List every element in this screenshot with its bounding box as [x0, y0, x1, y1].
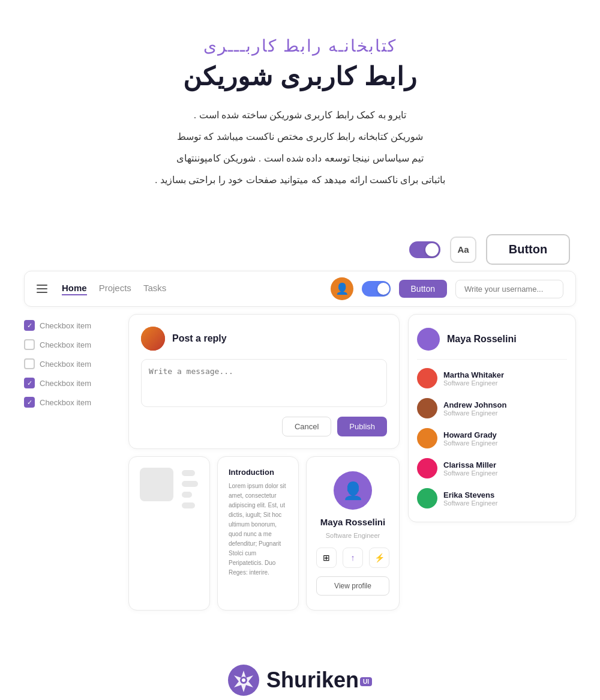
main-content: Checkbox itemCheckbox itemCheckbox itemC… — [24, 314, 576, 611]
shuriken-logo-icon — [228, 665, 259, 696]
nav-button[interactable]: Button — [399, 280, 447, 298]
profile-role: Software Engineer — [326, 532, 380, 539]
reply-actions: Cancel Publish — [141, 417, 387, 436]
skeleton-line — [182, 470, 195, 476]
view-profile-button[interactable]: View profile — [316, 576, 389, 596]
user-list-item[interactable]: Erika StevensSoftware Engineer — [417, 483, 567, 513]
checkbox-item: Checkbox item — [24, 339, 120, 350]
nav-toggle-thumb — [377, 283, 389, 295]
aa-button[interactable]: Aa — [450, 237, 476, 263]
checkbox-label: Checkbox item — [40, 398, 91, 407]
text-card-title: Introduction — [229, 468, 287, 477]
publish-button[interactable]: Publish — [337, 417, 387, 436]
footer-logo-text: ShurikenUI — [266, 668, 372, 693]
user-list-card: Maya Rosselini Martha WhitakerSoftware E… — [408, 314, 576, 522]
checkbox[interactable] — [24, 339, 35, 350]
nav-avatar[interactable]: 👤 — [331, 277, 353, 300]
user-avatar — [417, 398, 437, 418]
nav-home[interactable]: Home — [62, 283, 87, 295]
center-column: Post a reply Cancel Publish — [128, 314, 400, 611]
checkbox[interactable] — [24, 397, 35, 408]
user-name: Clarissa Miller — [443, 460, 498, 469]
user-role: Software Engineer — [443, 439, 498, 447]
checkbox-item: Checkbox item — [24, 358, 120, 369]
checkbox-label: Checkbox item — [40, 379, 91, 388]
user-info: Howard GradySoftware Engineer — [443, 430, 498, 447]
nav-bar: Home Projects Tasks 👤 Button — [24, 271, 576, 307]
top-components-row: Aa Button — [24, 234, 576, 271]
user-name: Andrew Johnson — [443, 400, 506, 409]
user-name: Erika Stevens — [443, 490, 498, 499]
toggle-purple[interactable] — [409, 241, 440, 258]
header-subtitle: کتابخانـه رابط کاربـــری — [48, 36, 552, 56]
user-avatar — [417, 428, 437, 448]
right-column: Maya Rosselini Martha WhitakerSoftware E… — [408, 314, 576, 611]
nav-tasks[interactable]: Tasks — [143, 283, 166, 295]
skeleton-image — [140, 468, 173, 501]
header-description: تایرو به کمک رابط کاربری شوریکن ساخته شد… — [48, 106, 552, 190]
checkbox-item: Checkbox item — [24, 397, 120, 408]
header-section: کتابخانـه رابط کاربـــری رابط کاربری شور… — [0, 0, 600, 216]
skeleton-card — [128, 456, 210, 611]
checkbox-label: Checkbox item — [40, 340, 91, 349]
user-name: Howard Grady — [443, 430, 498, 439]
nav-projects[interactable]: Projects — [99, 283, 131, 295]
checkbox[interactable] — [24, 378, 35, 388]
text-card: Introduction Lorem ipsum dolor sit amet,… — [217, 456, 299, 611]
user-role: Software Engineer — [443, 469, 498, 477]
footer-logo: ShurikenUI — [228, 665, 372, 696]
user-list-item[interactable]: Martha WhitakerSoftware Engineer — [417, 363, 567, 393]
profile-icons: ⊞ ↑ ⚡ — [316, 548, 389, 568]
text-card-body: Lorem ipsum dolor sit amet, consectetur … — [229, 481, 287, 578]
post-reply-card: Post a reply Cancel Publish — [128, 314, 400, 449]
user-info: Erika StevensSoftware Engineer — [443, 490, 498, 507]
user-info: Martha WhitakerSoftware Engineer — [443, 370, 504, 387]
checkbox[interactable] — [24, 320, 35, 331]
bottom-cards: Introduction Lorem ipsum dolor sit amet,… — [128, 456, 400, 611]
profile-avatar: 👤 — [334, 471, 372, 510]
profile-icon-up[interactable]: ↑ — [343, 548, 363, 568]
checkbox-label: Checkbox item — [40, 321, 91, 330]
big-button[interactable]: Button — [486, 234, 570, 265]
user-role: Software Engineer — [443, 409, 506, 417]
user-info: Andrew JohnsonSoftware Engineer — [443, 400, 506, 417]
post-reply-title: Post a reply — [172, 333, 227, 344]
checkbox-item: Checkbox item — [24, 378, 120, 388]
hamburger-menu[interactable] — [37, 285, 47, 293]
user-role: Software Engineer — [443, 379, 504, 387]
logo-badge: UI — [360, 677, 372, 686]
checkbox[interactable] — [24, 358, 35, 369]
user-name: Martha Whitaker — [443, 370, 504, 379]
reply-avatar — [141, 327, 165, 351]
checkbox-item: Checkbox item — [24, 320, 120, 331]
featured-avatar — [417, 328, 440, 351]
profile-card: 👤 Maya Rosselini Software Engineer ⊞ ↑ ⚡… — [306, 456, 400, 611]
profile-icon-flash[interactable]: ⚡ — [369, 548, 389, 568]
user-list-item[interactable]: Howard GradySoftware Engineer — [417, 423, 567, 453]
user-list-item[interactable]: Andrew JohnsonSoftware Engineer — [417, 393, 567, 423]
svg-point-2 — [242, 678, 245, 682]
username-input[interactable] — [455, 280, 563, 298]
profile-icon-grid[interactable]: ⊞ — [316, 548, 337, 568]
reply-textarea[interactable] — [141, 359, 387, 407]
nav-items: Home Projects Tasks — [62, 283, 166, 295]
header-title: رابط کاربری شوریکن — [48, 62, 552, 91]
user-info: Clarissa MillerSoftware Engineer — [443, 460, 498, 477]
featured-user: Maya Rosselini — [417, 323, 567, 360]
skeleton-line — [182, 502, 195, 508]
checkbox-column: Checkbox itemCheckbox itemCheckbox itemC… — [24, 314, 120, 611]
profile-name: Maya Rosselini — [320, 517, 385, 527]
user-role: Software Engineer — [443, 499, 498, 507]
user-avatar — [417, 458, 437, 478]
skeleton-line — [182, 492, 192, 498]
toggle-thumb — [425, 243, 439, 256]
user-avatar — [417, 368, 437, 388]
checkbox-label: Checkbox item — [40, 360, 91, 369]
footer: ShurikenUI made by cssninja.io — [0, 629, 600, 700]
skeleton-line — [182, 481, 198, 487]
cancel-button[interactable]: Cancel — [282, 417, 331, 436]
user-list-item[interactable]: Clarissa MillerSoftware Engineer — [417, 453, 567, 483]
nav-toggle-blue[interactable] — [362, 281, 391, 297]
showcase-area: Aa Button Home Projects Tasks 👤 Button — [24, 234, 576, 611]
nav-right: 👤 Button — [331, 277, 563, 300]
